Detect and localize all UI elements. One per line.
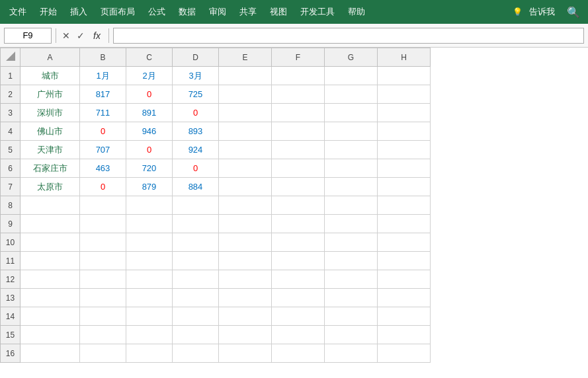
cell-r14-c2[interactable] bbox=[80, 307, 126, 326]
cell-r2-c6[interactable] bbox=[272, 85, 325, 104]
cell-r4-c7[interactable] bbox=[325, 122, 378, 141]
cell-r5-c3[interactable]: 0 bbox=[126, 141, 173, 159]
row-header-3[interactable]: 3 bbox=[1, 104, 21, 122]
cell-r13-c5[interactable] bbox=[219, 289, 272, 307]
cell-r16-c5[interactable] bbox=[219, 344, 272, 363]
cell-r1-c2[interactable]: 1月 bbox=[80, 67, 126, 85]
cell-r7-c8[interactable] bbox=[378, 178, 431, 196]
row-header-1[interactable]: 1 bbox=[1, 67, 21, 85]
cell-r11-c6[interactable] bbox=[272, 252, 325, 270]
cell-r4-c5[interactable] bbox=[219, 122, 272, 141]
cell-r14-c3[interactable] bbox=[126, 307, 173, 326]
cell-r2-c7[interactable] bbox=[325, 85, 378, 104]
cell-r11-c5[interactable] bbox=[219, 252, 272, 270]
menu-item-8[interactable]: 视图 bbox=[263, 2, 294, 22]
cell-r12-c8[interactable] bbox=[378, 270, 431, 289]
cell-r2-c5[interactable] bbox=[219, 85, 272, 104]
cell-r13-c3[interactable] bbox=[126, 289, 173, 307]
cell-r2-c8[interactable] bbox=[378, 85, 431, 104]
col-header-d[interactable]: D bbox=[173, 48, 219, 67]
cell-r8-c3[interactable] bbox=[126, 196, 173, 215]
menu-item-2[interactable]: 插入 bbox=[63, 2, 94, 22]
menu-item-7[interactable]: 共享 bbox=[233, 2, 263, 22]
cell-r6-c6[interactable] bbox=[272, 159, 325, 178]
confirm-button[interactable]: ✓ bbox=[75, 30, 87, 42]
cell-r15-c4[interactable] bbox=[173, 326, 219, 344]
col-header-e[interactable]: E bbox=[219, 48, 272, 67]
row-header-6[interactable]: 6 bbox=[1, 159, 21, 178]
col-header-a[interactable]: A bbox=[21, 48, 80, 67]
cell-r15-c1[interactable] bbox=[21, 326, 80, 344]
cell-r10-c5[interactable] bbox=[219, 233, 272, 252]
cell-r9-c3[interactable] bbox=[126, 215, 173, 233]
cell-r3-c2[interactable]: 711 bbox=[80, 104, 126, 122]
cell-r1-c3[interactable]: 2月 bbox=[126, 67, 173, 85]
cell-r6-c3[interactable]: 720 bbox=[126, 159, 173, 178]
cell-r3-c3[interactable]: 891 bbox=[126, 104, 173, 122]
cell-r2-c4[interactable]: 725 bbox=[173, 85, 219, 104]
cell-r16-c2[interactable] bbox=[80, 344, 126, 363]
cell-r7-c6[interactable] bbox=[272, 178, 325, 196]
cell-r2-c2[interactable]: 817 bbox=[80, 85, 126, 104]
cell-r12-c5[interactable] bbox=[219, 270, 272, 289]
menu-item-4[interactable]: 公式 bbox=[142, 2, 172, 22]
cell-r14-c8[interactable] bbox=[378, 307, 431, 326]
row-header-16[interactable]: 16 bbox=[1, 344, 21, 363]
cell-r13-c4[interactable] bbox=[173, 289, 219, 307]
row-header-5[interactable]: 5 bbox=[1, 141, 21, 159]
cell-r16-c3[interactable] bbox=[126, 344, 173, 363]
cell-r7-c5[interactable] bbox=[219, 178, 272, 196]
cell-r14-c6[interactable] bbox=[272, 307, 325, 326]
cell-r3-c8[interactable] bbox=[378, 104, 431, 122]
cell-r10-c6[interactable] bbox=[272, 233, 325, 252]
row-header-13[interactable]: 13 bbox=[1, 289, 21, 307]
menu-item-10[interactable]: 帮助 bbox=[341, 2, 372, 22]
cell-r10-c2[interactable] bbox=[80, 233, 126, 252]
cell-r5-c7[interactable] bbox=[325, 141, 378, 159]
cell-r10-c8[interactable] bbox=[378, 233, 431, 252]
col-header-g[interactable]: G bbox=[325, 48, 378, 67]
cell-r9-c2[interactable] bbox=[80, 215, 126, 233]
cell-r8-c4[interactable] bbox=[173, 196, 219, 215]
cell-r14-c7[interactable] bbox=[325, 307, 378, 326]
cell-r6-c1[interactable]: 石家庄市 bbox=[21, 159, 80, 178]
cell-r13-c1[interactable] bbox=[21, 289, 80, 307]
cell-r16-c1[interactable] bbox=[21, 344, 80, 363]
row-header-14[interactable]: 14 bbox=[1, 307, 21, 326]
cell-r10-c4[interactable] bbox=[173, 233, 219, 252]
col-header-f[interactable]: F bbox=[272, 48, 325, 67]
menu-item-6[interactable]: 审阅 bbox=[202, 2, 233, 22]
cell-r16-c6[interactable] bbox=[272, 344, 325, 363]
row-header-4[interactable]: 4 bbox=[1, 122, 21, 141]
cell-r8-c6[interactable] bbox=[272, 196, 325, 215]
cell-r15-c7[interactable] bbox=[325, 326, 378, 344]
cell-r12-c4[interactable] bbox=[173, 270, 219, 289]
cell-r13-c6[interactable] bbox=[272, 289, 325, 307]
cell-r1-c1[interactable]: 城市 bbox=[21, 67, 80, 85]
cell-r4-c1[interactable]: 佛山市 bbox=[21, 122, 80, 141]
cell-r10-c7[interactable] bbox=[325, 233, 378, 252]
cell-r15-c5[interactable] bbox=[219, 326, 272, 344]
menu-item-1[interactable]: 开始 bbox=[33, 2, 63, 22]
formula-input[interactable] bbox=[113, 28, 584, 44]
row-header-10[interactable]: 10 bbox=[1, 233, 21, 252]
menu-item-11[interactable]: 告诉我 bbox=[523, 2, 562, 22]
cell-reference-box[interactable]: F9 bbox=[4, 28, 52, 44]
cell-r3-c5[interactable] bbox=[219, 104, 272, 122]
row-header-2[interactable]: 2 bbox=[1, 85, 21, 104]
cell-r7-c2[interactable]: 0 bbox=[80, 178, 126, 196]
cell-r11-c3[interactable] bbox=[126, 252, 173, 270]
cell-r1-c7[interactable] bbox=[325, 67, 378, 85]
cell-r11-c2[interactable] bbox=[80, 252, 126, 270]
cell-r3-c6[interactable] bbox=[272, 104, 325, 122]
cell-r4-c2[interactable]: 0 bbox=[80, 122, 126, 141]
col-header-c[interactable]: C bbox=[126, 48, 173, 67]
cell-r4-c4[interactable]: 893 bbox=[173, 122, 219, 141]
cell-r9-c4[interactable] bbox=[173, 215, 219, 233]
cell-r13-c2[interactable] bbox=[80, 289, 126, 307]
cell-r10-c3[interactable] bbox=[126, 233, 173, 252]
cell-r14-c1[interactable] bbox=[21, 307, 80, 326]
cell-r12-c7[interactable] bbox=[325, 270, 378, 289]
cell-r5-c8[interactable] bbox=[378, 141, 431, 159]
cell-r3-c4[interactable]: 0 bbox=[173, 104, 219, 122]
